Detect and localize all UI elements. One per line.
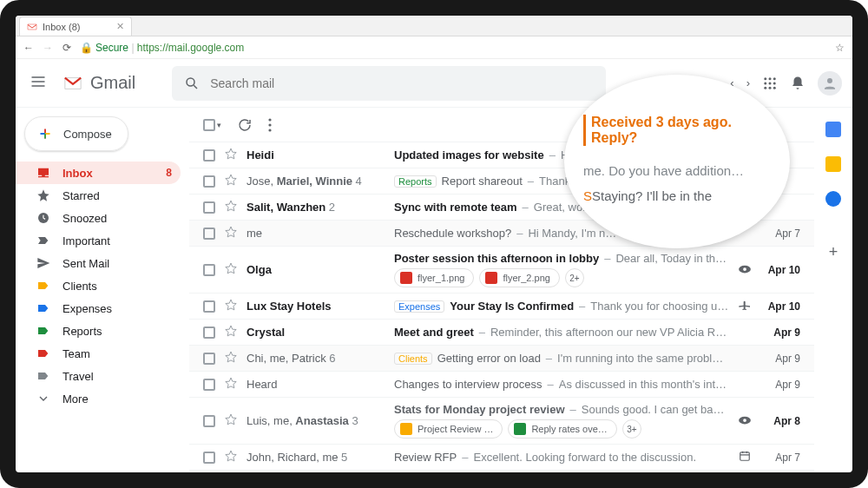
row-snippet: I'm running into the same problem. Resta… [557, 352, 729, 365]
search-input[interactable] [210, 76, 594, 90]
more-attachments[interactable]: 2+ [565, 268, 584, 287]
category-tag: Clients [394, 353, 432, 365]
search-box[interactable] [172, 66, 606, 101]
row-checkbox[interactable] [203, 149, 215, 162]
row-snippet: Excellent. Looking forward to the discus… [473, 451, 729, 464]
mail-row[interactable]: Luis, me, Anastasia 3Stats for Monday pr… [189, 398, 814, 445]
url-input[interactable]: 🔒 Secure | https://mail.google.com [80, 42, 826, 54]
sidebar-item-team[interactable]: Team [16, 342, 181, 365]
bookmark-star-icon[interactable]: ☆ [833, 42, 845, 54]
row-date: Apr 9 [760, 326, 800, 339]
row-checkbox[interactable] [203, 379, 215, 391]
attachment-chip[interactable]: flyer_2.png [479, 268, 559, 287]
star-icon[interactable] [224, 173, 238, 189]
star-icon[interactable] [224, 147, 238, 163]
sidebar-item-label: Inbox [62, 167, 154, 180]
sidebar-item-snoozed[interactable]: Snoozed [16, 207, 181, 229]
row-checkbox[interactable] [203, 201, 215, 214]
svg-point-16 [743, 267, 746, 271]
keep-addon-icon[interactable] [825, 156, 841, 172]
svg-point-4 [764, 82, 766, 84]
sidebar-item-travel[interactable]: Travel [16, 365, 181, 387]
mail-row[interactable]: HeardChanges to interview process–As dis… [189, 372, 814, 398]
row-checkbox[interactable] [203, 228, 215, 240]
mail-row[interactable]: Lux Stay HotelsExpensesYour Stay Is Conf… [189, 293, 814, 320]
row-checkbox[interactable] [203, 175, 215, 188]
browser-tabstrip: Inbox (8) ✕ [16, 16, 852, 36]
sidebar-item-reports[interactable]: Reports [16, 320, 181, 342]
svg-point-1 [764, 77, 766, 80]
compose-plus-icon [36, 124, 55, 143]
row-checkbox[interactable] [203, 300, 215, 313]
refresh-icon[interactable] [237, 117, 253, 133]
row-checkbox[interactable] [203, 452, 215, 464]
row-checkbox[interactable] [203, 326, 215, 339]
sidebar-item-important[interactable]: Important [16, 229, 181, 252]
compose-button[interactable]: Compose [24, 116, 128, 151]
star-icon[interactable] [224, 376, 238, 392]
gmail-logo[interactable]: Gmail [61, 73, 135, 93]
tasks-addon-icon[interactable] [825, 191, 841, 207]
row-checkbox[interactable] [203, 415, 215, 427]
row-extra-icon [738, 450, 752, 465]
mail-row[interactable]: OlgaPoster session this afternoon in lob… [189, 247, 814, 293]
gmail-favicon [27, 22, 37, 32]
notifications-icon[interactable] [790, 76, 806, 91]
browser-tab[interactable]: Inbox (8) ✕ [19, 16, 132, 36]
sidebar-item-more[interactable]: More [16, 387, 181, 410]
star-icon[interactable] [224, 350, 238, 366]
svg-point-3 [773, 77, 776, 80]
star-icon[interactable] [224, 199, 238, 215]
attachment-chip[interactable]: flyer_1.png [394, 268, 474, 287]
nav-reload-icon[interactable]: ⟳ [61, 42, 73, 54]
nudge-snippet-1: me. Do you have addition… [583, 163, 771, 178]
star-icon[interactable] [224, 449, 238, 465]
sidebar-item-starred[interactable]: Starred [16, 184, 181, 207]
svg-point-6 [773, 82, 776, 84]
browser-tab-title: Inbox (8) [43, 22, 80, 32]
row-subject: Your Stay Is Confirmed [450, 300, 574, 313]
star-icon[interactable] [224, 261, 238, 278]
sidebar-item-clients[interactable]: Clients [16, 274, 181, 297]
account-avatar[interactable] [818, 71, 842, 96]
main-menu-icon[interactable] [26, 69, 50, 96]
star-icon[interactable] [224, 324, 238, 340]
star-icon[interactable] [224, 298, 238, 314]
sidebar-item-expenses[interactable]: Expenses [16, 297, 181, 320]
mail-row[interactable]: Chi, me, Patrick 6ClientsGetting error o… [189, 346, 814, 372]
row-date: Apr 7 [760, 452, 800, 464]
more-attachments[interactable]: 3+ [622, 419, 641, 439]
row-subject: Updated images for website [394, 148, 544, 162]
nav-back-icon[interactable]: ← [23, 42, 35, 54]
row-sender: me [247, 227, 385, 240]
row-extra-icon [738, 298, 752, 314]
row-snippet: As discussed in this month's interview t… [559, 378, 729, 391]
tab-close-icon[interactable]: ✕ [116, 21, 124, 32]
more-actions-icon[interactable] [268, 118, 272, 132]
star-icon[interactable] [224, 225, 238, 241]
row-subject: Getting error on load [437, 352, 541, 365]
sidebar-item-label: Reports [62, 325, 172, 338]
row-checkbox[interactable] [203, 264, 215, 276]
page-next-icon[interactable]: › [746, 76, 750, 89]
nav-forward-icon[interactable]: → [42, 42, 54, 54]
add-addon-icon[interactable]: + [829, 243, 838, 261]
svg-point-5 [769, 82, 772, 84]
select-all-checkbox[interactable]: ▾ [203, 119, 221, 131]
mail-row[interactable]: CrystalMeet and greet–Reminder, this aft… [189, 320, 814, 346]
row-checkbox[interactable] [203, 353, 215, 365]
attachment-chip[interactable]: Reply rates ove… [508, 419, 616, 439]
star-icon[interactable] [224, 412, 238, 429]
mail-row[interactable]: Andrea, Jose 3ReportsBaseline graphs–Goo… [189, 471, 814, 472]
attachment-chip[interactable]: Project Review … [394, 419, 503, 439]
category-tag: Reports [394, 175, 437, 188]
calendar-addon-icon[interactable] [825, 122, 841, 137]
person-icon [822, 76, 838, 91]
row-sender: John, Richard, me 5 [247, 451, 385, 464]
row-sender: Olga [247, 263, 385, 276]
sidebar-item-inbox[interactable]: Inbox8 [16, 162, 181, 184]
mail-row[interactable]: John, Richard, me 5Review RFP–Excellent.… [189, 445, 814, 471]
sidebar-item-label: More [62, 392, 172, 406]
sidebar-item-sent-mail[interactable]: Sent Mail [16, 252, 181, 274]
google-apps-icon[interactable] [762, 76, 778, 91]
